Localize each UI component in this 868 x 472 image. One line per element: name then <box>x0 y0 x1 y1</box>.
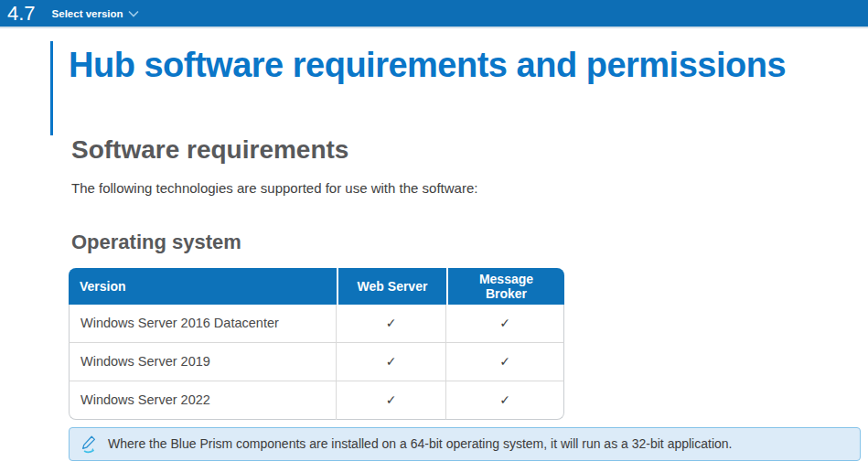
checkmark-icon: ✓ <box>386 392 397 407</box>
column-header-web-server: Web Server <box>337 268 446 305</box>
current-version: 4.7 <box>7 4 36 24</box>
version-cell: Windows Server 2022 <box>69 381 337 420</box>
note-text: Where the Blue Prism components are inst… <box>108 435 732 453</box>
checkmark-icon: ✓ <box>386 316 397 330</box>
checkmark-icon: ✓ <box>499 354 510 369</box>
table-row: Windows Server 2019 ✓ ✓ <box>69 343 564 381</box>
page-title: Hub software requirements and permission… <box>69 47 868 85</box>
version-cell: Windows Server 2016 Datacenter <box>69 305 337 343</box>
subsection-heading-operating-system: Operating system <box>71 231 868 253</box>
checkmark-icon: ✓ <box>386 354 397 369</box>
section-heading-software-requirements: Software requirements <box>71 135 868 165</box>
version-bar: 4.7 Select version <box>0 0 868 28</box>
table-header-row: Version Web Server Message Broker <box>69 268 564 305</box>
note-callout: Where the Blue Prism components are inst… <box>69 427 861 461</box>
title-block: Hub software requirements and permission… <box>50 41 868 135</box>
table-row: Windows Server 2016 Datacenter ✓ ✓ <box>69 305 564 343</box>
chevron-down-icon[interactable] <box>128 10 139 17</box>
version-cell: Windows Server 2019 <box>69 343 337 381</box>
operating-system-table: Version Web Server Message Broker Window… <box>69 268 564 420</box>
documentation-page: 4.7 Select version Hub software requirem… <box>0 0 868 472</box>
select-version-dropdown[interactable]: Select version <box>52 8 139 19</box>
checkmark-icon: ✓ <box>499 316 510 330</box>
column-header-message-broker: Message Broker <box>446 268 564 305</box>
table-row: Windows Server 2022 ✓ ✓ <box>69 381 564 420</box>
intro-paragraph: The following technologies are supported… <box>71 179 868 198</box>
pencil-icon <box>80 434 98 454</box>
checkmark-icon: ✓ <box>499 392 510 407</box>
column-header-version: Version <box>69 268 337 305</box>
select-version-label: Select version <box>52 8 123 19</box>
